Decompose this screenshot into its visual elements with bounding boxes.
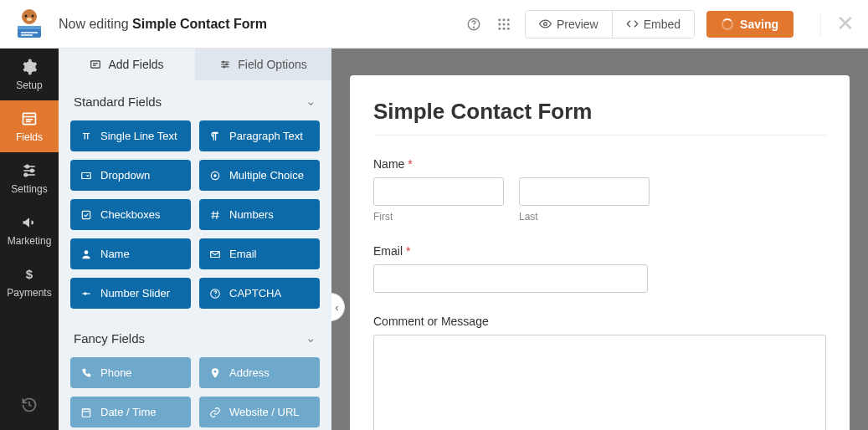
mail-icon	[209, 248, 221, 260]
app-logo	[0, 0, 59, 49]
svg-point-13	[498, 23, 501, 25]
field-btn-dropdown[interactable]: Dropdown	[70, 160, 191, 191]
svg-point-2	[32, 14, 34, 17]
svg-point-14	[502, 23, 505, 25]
options-icon	[219, 59, 231, 70]
history-icon	[21, 397, 38, 413]
svg-point-11	[502, 18, 505, 21]
field-btn-numbers[interactable]: Numbers	[199, 199, 320, 230]
add-fields-icon	[90, 59, 101, 70]
text-icon	[80, 131, 92, 142]
nav-fields-label: Fields	[16, 131, 43, 143]
field-btn-number-slider[interactable]: Number Slider	[70, 278, 191, 309]
tab-add-fields[interactable]: Add Fields	[59, 49, 195, 80]
nav-history[interactable]	[0, 380, 59, 430]
field-btn-address[interactable]: Address	[199, 357, 320, 388]
last-name-input[interactable]	[519, 177, 650, 206]
field-btn-single-line-text[interactable]: Single Line Text	[70, 120, 191, 151]
field-btn-captcha[interactable]: CAPTCHA	[199, 278, 320, 309]
fields-panel: Add Fields Field Options Standard Fields…	[59, 49, 331, 430]
email-label: Email *	[373, 244, 826, 258]
slider-icon	[80, 288, 92, 299]
svg-text:$: $	[26, 267, 33, 281]
calendar-icon	[80, 407, 92, 418]
dropdown-icon	[80, 170, 92, 182]
spinner-icon	[722, 18, 733, 30]
field-btn-date-time[interactable]: Date / Time	[70, 397, 191, 427]
last-sublabel: Last	[519, 211, 650, 223]
nav-marketing[interactable]: Marketing	[0, 204, 59, 256]
code-icon	[626, 18, 639, 30]
apps-grid-icon[interactable]	[495, 15, 513, 33]
svg-point-42	[213, 174, 217, 177]
svg-rect-31	[91, 61, 100, 68]
section-fancy-label: Fancy Fields	[74, 331, 145, 346]
svg-point-12	[507, 18, 510, 21]
tab-field-options[interactable]: Field Options	[195, 49, 331, 80]
svg-point-9	[473, 27, 474, 28]
field-btn-paragraph-text[interactable]: Paragraph Text	[199, 120, 320, 151]
field-btn-website-url[interactable]: Website / URL	[199, 397, 320, 427]
embed-button[interactable]: Embed	[612, 11, 694, 38]
link-icon	[209, 407, 221, 418]
comment-textarea[interactable]	[373, 335, 826, 430]
close-icon[interactable]: ✕	[820, 13, 855, 36]
page-title: Now editing Simple Contact Form	[59, 17, 465, 32]
nav-payments[interactable]: $Payments	[0, 256, 59, 308]
saving-button: Saving	[706, 11, 794, 38]
svg-point-50	[214, 370, 217, 372]
eye-icon	[539, 18, 552, 30]
nav-settings[interactable]: Settings	[0, 152, 59, 204]
svg-point-27	[26, 165, 28, 167]
nav-setup[interactable]: Setup	[0, 49, 59, 100]
form-name: Simple Contact Form	[132, 17, 267, 31]
captcha-icon	[209, 288, 221, 299]
svg-rect-43	[82, 211, 90, 218]
svg-point-15	[507, 23, 510, 25]
section-fancy-fields[interactable]: Fancy Fields⌄	[59, 317, 331, 357]
divider	[373, 135, 826, 136]
user-icon	[80, 248, 92, 260]
canvas-wrap: ‹ Simple Contact Form Name * First Last …	[331, 49, 868, 430]
field-btn-phone[interactable]: Phone	[70, 357, 191, 388]
first-sublabel: First	[373, 211, 504, 223]
svg-point-38	[226, 64, 228, 65]
svg-point-29	[24, 173, 27, 176]
svg-point-19	[544, 23, 547, 26]
nav-fields[interactable]: Fields	[0, 100, 59, 152]
svg-point-16	[498, 27, 501, 29]
collapse-panel-handle[interactable]: ‹	[331, 293, 345, 321]
help-icon[interactable]	[465, 15, 483, 33]
field-btn-multiple-choice[interactable]: Multiple Choice	[199, 160, 320, 191]
field-btn-email[interactable]: Email	[199, 238, 320, 269]
tab-add-fields-label: Add Fields	[108, 58, 163, 71]
email-input[interactable]	[373, 264, 648, 293]
field-btn-name[interactable]: Name	[70, 238, 191, 269]
top-bar: Now editing Simple Contact Form Preview …	[0, 0, 868, 49]
first-name-input[interactable]	[373, 177, 504, 206]
top-actions: Preview Embed Saving ✕	[465, 10, 855, 38]
field-btn-checkboxes[interactable]: Checkboxes	[70, 199, 191, 230]
chevron-down-icon: ⌄	[306, 94, 316, 109]
section-standard-fields[interactable]: Standard Fields⌄	[59, 80, 331, 120]
form-preview-title: Simple Contact Form	[373, 99, 826, 125]
saving-label: Saving	[740, 18, 778, 31]
form-icon	[21, 110, 38, 127]
svg-point-17	[502, 27, 505, 29]
now-editing-label: Now editing	[59, 17, 129, 31]
svg-rect-40	[82, 172, 91, 178]
paragraph-icon	[209, 131, 221, 142]
svg-point-49	[215, 295, 216, 296]
preview-embed-group: Preview Embed	[525, 10, 695, 38]
field-comment[interactable]: Comment or Message	[373, 315, 826, 430]
nav-marketing-label: Marketing	[8, 235, 52, 247]
hash-icon	[209, 209, 221, 221]
preview-button[interactable]: Preview	[526, 11, 612, 38]
nav-payments-label: Payments	[7, 287, 51, 299]
radio-icon	[209, 170, 221, 182]
field-email[interactable]: Email *	[373, 244, 826, 293]
svg-point-3	[27, 18, 32, 21]
svg-point-44	[85, 250, 89, 254]
field-name[interactable]: Name * First Last	[373, 157, 826, 223]
pin-icon	[209, 367, 221, 379]
